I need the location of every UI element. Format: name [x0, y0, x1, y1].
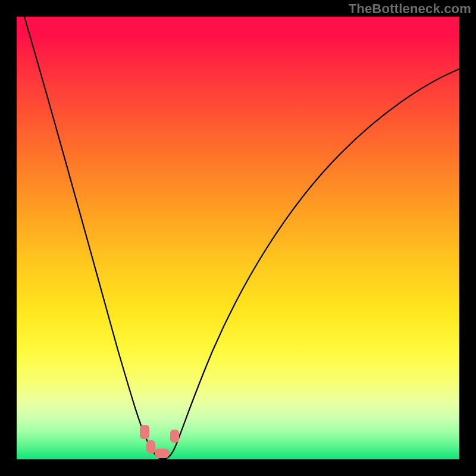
curve-path: [23, 11, 459, 459]
optimum-dot-mid: [146, 440, 155, 453]
optimum-dot-base: [155, 449, 169, 458]
watermark-text: TheBottleneck.com: [349, 1, 471, 17]
optimum-dot-right: [170, 430, 179, 443]
optimum-dot-left: [140, 425, 149, 439]
plot-frame: [17, 17, 459, 459]
bottleneck-curve: [17, 17, 459, 459]
